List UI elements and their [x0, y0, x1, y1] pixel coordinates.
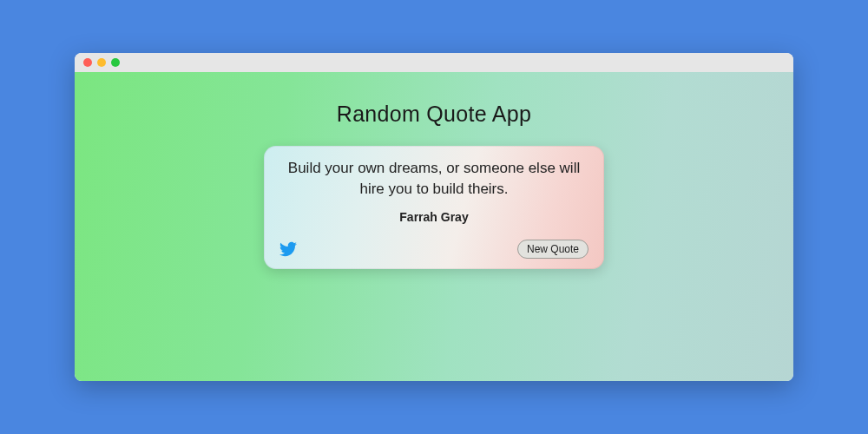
- window-titlebar: [75, 53, 793, 72]
- page-title: Random Quote App: [337, 102, 531, 127]
- maximize-icon[interactable]: [111, 58, 120, 67]
- quote-author: Farrah Gray: [399, 210, 468, 224]
- new-quote-button[interactable]: New Quote: [517, 240, 589, 259]
- quote-card: Build your own dreams, or someone else w…: [264, 146, 604, 269]
- card-footer: New Quote: [279, 240, 589, 259]
- app-window: Random Quote App Build your own dreams, …: [75, 53, 793, 381]
- minimize-icon[interactable]: [97, 58, 106, 67]
- quote-text: Build your own dreams, or someone else w…: [282, 158, 586, 200]
- close-icon[interactable]: [83, 58, 92, 67]
- twitter-icon[interactable]: [279, 240, 297, 258]
- app-content: Random Quote App Build your own dreams, …: [75, 72, 793, 381]
